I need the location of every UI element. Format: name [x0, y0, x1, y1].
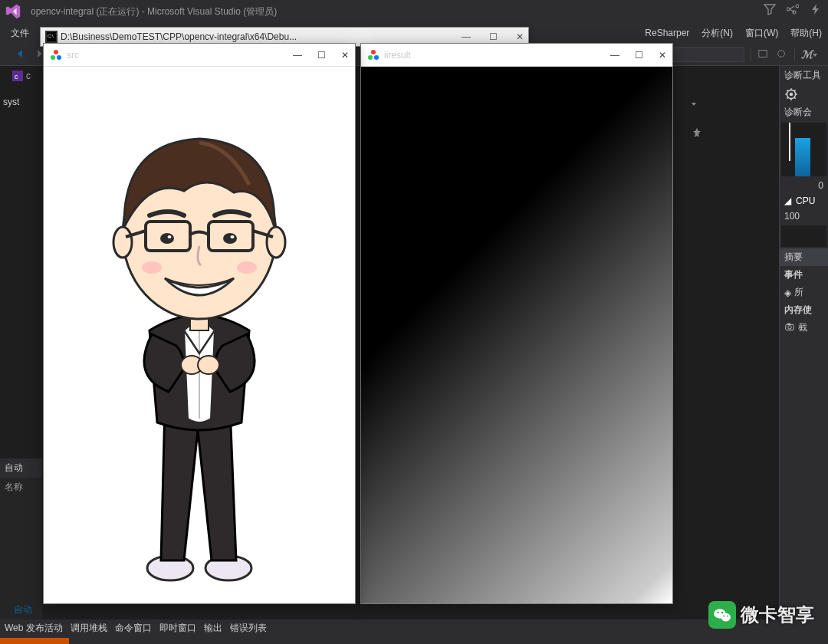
- bottom-tabs: Web 发布活动 调用堆栈 命令窗口 即时窗口 输出 错误列表: [0, 619, 828, 636]
- svg-text:C:\: C:\: [48, 34, 54, 38]
- iiresult-title: iiresult: [384, 50, 411, 61]
- window-title: opencv-integral (正在运行) - Microsoft Visua…: [31, 5, 277, 18]
- wechat-icon: [708, 601, 736, 629]
- maximize-icon[interactable]: ☐: [489, 31, 498, 42]
- diag-session: 诊断会: [780, 104, 828, 121]
- svg-rect-10: [787, 324, 790, 325]
- minimize-icon[interactable]: —: [462, 31, 471, 42]
- svg-point-35: [231, 235, 235, 238]
- opencv-app-icon: [50, 49, 62, 61]
- svg-point-18: [51, 55, 55, 60]
- tab-web-publish[interactable]: Web 发布活动: [5, 622, 63, 635]
- tab-immediate[interactable]: 即时窗口: [159, 622, 196, 635]
- menu-resharper[interactable]: ReSharper: [639, 25, 695, 41]
- src-window: src — ☐ ✕: [43, 43, 356, 604]
- title-bar: opencv-integral (正在运行) - Microsoft Visua…: [0, 0, 828, 23]
- intellicode-icon[interactable]: ℳ: [801, 48, 817, 61]
- cpp-file-icon: c: [12, 71, 23, 81]
- iiresult-window: iiresult — ☐ ✕: [360, 43, 673, 604]
- opencv-app-icon: [367, 49, 380, 61]
- pin-icon[interactable]: [692, 127, 702, 141]
- editor-tab[interactable]: c c: [12, 71, 31, 81]
- menu-analyze[interactable]: 分析(N): [695, 24, 739, 43]
- svg-point-41: [721, 612, 723, 613]
- auto-tab[interactable]: 自动: [14, 603, 32, 616]
- diagnostic-panel: 诊断工具 诊断会 0 ◢CPU 100 摘要 事件 ◈所 内存使 截: [779, 66, 828, 619]
- minimize-icon[interactable]: —: [293, 50, 302, 61]
- close-icon[interactable]: ✕: [659, 50, 666, 61]
- svg-point-14: [371, 50, 376, 54]
- svg-point-39: [721, 613, 730, 622]
- svg-point-32: [160, 233, 174, 244]
- watermark-text: 微卡智享: [741, 603, 814, 627]
- maximize-icon[interactable]: ☐: [317, 50, 326, 61]
- src-image: [44, 67, 355, 603]
- svg-point-34: [168, 235, 172, 238]
- debug-path-text: D:\Business\DemoTEST\CPP\opencv-integral…: [61, 31, 297, 42]
- svg-point-17: [54, 50, 58, 54]
- tab-errors[interactable]: 错误列表: [230, 622, 267, 635]
- back-icon[interactable]: [15, 48, 28, 61]
- src-title: src: [67, 50, 79, 61]
- diag-events-sub: ◈所: [780, 284, 828, 301]
- close-icon[interactable]: ✕: [516, 31, 524, 42]
- cmd-icon: C:\: [45, 31, 58, 43]
- svg-point-9: [788, 326, 791, 329]
- editor-tab-label: c: [26, 71, 31, 81]
- svg-text:c: c: [15, 73, 18, 80]
- svg-point-7: [790, 93, 794, 97]
- svg-rect-2: [759, 50, 767, 57]
- svg-point-3: [778, 50, 785, 57]
- tab-output[interactable]: 输出: [204, 622, 222, 635]
- tab-callstack[interactable]: 调用堆栈: [71, 622, 107, 635]
- close-icon[interactable]: ✕: [341, 50, 349, 61]
- menu-file[interactable]: 文件: [5, 24, 35, 43]
- cartoon-avatar: [77, 100, 322, 591]
- watermark: 微卡智享: [708, 601, 814, 629]
- diamond-icon: ◈: [784, 288, 791, 298]
- syst-label: syst: [3, 97, 19, 107]
- svg-point-43: [727, 616, 728, 617]
- diag-zero: 0: [780, 178, 828, 193]
- auto-panel-title: 自动: [0, 458, 42, 478]
- auto-panel: 自动 名称: [0, 458, 42, 619]
- tool-icon-2[interactable]: [776, 48, 788, 61]
- dropdown-icon[interactable]: [690, 97, 702, 109]
- svg-point-15: [368, 55, 373, 60]
- maximize-icon[interactable]: ☐: [635, 50, 643, 61]
- tab-command[interactable]: 命令窗口: [115, 622, 152, 635]
- diag-memory[interactable]: 内存使: [780, 301, 828, 319]
- diag-events[interactable]: 事件: [780, 266, 828, 284]
- menu-help[interactable]: 帮助(H): [784, 24, 828, 43]
- status-bar: [0, 638, 69, 644]
- svg-point-40: [717, 612, 718, 613]
- svg-point-37: [237, 261, 257, 274]
- cpu-value: 100: [780, 209, 828, 224]
- svg-point-19: [57, 55, 61, 60]
- svg-point-42: [723, 616, 724, 617]
- cpu-label: ◢CPU: [780, 193, 828, 209]
- svg-point-27: [267, 227, 285, 258]
- svg-point-36: [142, 261, 162, 274]
- gear-icon[interactable]: [784, 87, 798, 101]
- funnel-icon[interactable]: [764, 3, 776, 15]
- share-icon[interactable]: [787, 3, 799, 15]
- diag-summary[interactable]: 摘要: [780, 248, 828, 266]
- diag-title: 诊断工具: [780, 66, 828, 85]
- auto-col-name: 名称: [0, 478, 42, 497]
- hex-icon[interactable]: [757, 48, 770, 61]
- minimize-icon[interactable]: —: [610, 50, 619, 61]
- svg-point-23: [198, 356, 219, 374]
- camera-icon[interactable]: [784, 321, 795, 334]
- svg-point-26: [113, 227, 132, 258]
- diag-chart: [781, 123, 826, 176]
- menu-window[interactable]: 窗口(W): [739, 24, 784, 43]
- flash-icon[interactable]: [810, 3, 822, 15]
- svg-point-33: [223, 233, 237, 244]
- svg-point-16: [374, 55, 379, 60]
- iiresult-image: [361, 67, 672, 603]
- vs-logo-icon: [5, 2, 23, 21]
